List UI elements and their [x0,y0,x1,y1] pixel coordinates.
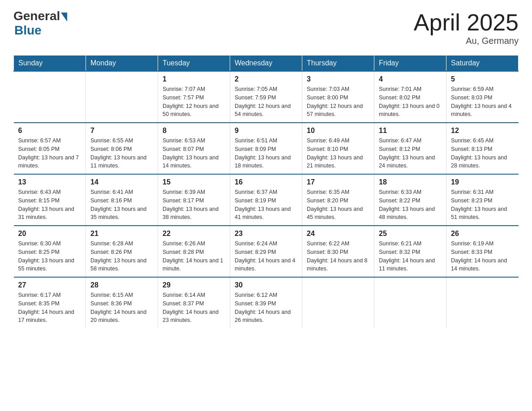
calendar-week-row: 1Sunrise: 7:07 AMSunset: 7:57 PMDaylight… [14,71,519,123]
calendar-cell: 6Sunrise: 6:57 AMSunset: 8:05 PMDaylight… [14,123,86,174]
calendar-cell: 9Sunrise: 6:51 AMSunset: 8:09 PMDaylight… [230,123,302,174]
day-info: Sunrise: 6:59 AMSunset: 8:03 PMDaylight:… [451,85,514,119]
day-number: 24 [307,230,369,238]
day-info: Sunrise: 6:15 AMSunset: 8:36 PMDaylight:… [90,291,153,325]
day-number: 22 [163,230,225,238]
day-info: Sunrise: 6:49 AMSunset: 8:10 PMDaylight:… [307,137,369,170]
calendar-cell: 19Sunrise: 6:31 AMSunset: 8:23 PMDayligh… [446,174,519,226]
day-number: 2 [235,75,297,83]
calendar-cell: 16Sunrise: 6:37 AMSunset: 8:19 PMDayligh… [230,174,302,226]
day-number: 14 [90,178,153,186]
day-number: 19 [451,178,514,186]
logo: General Blue [13,9,67,38]
calendar-table: SundayMondayTuesdayWednesdayThursdayFrid… [13,55,519,328]
calendar-cell: 5Sunrise: 6:59 AMSunset: 8:03 PMDaylight… [446,71,519,123]
calendar-cell: 7Sunrise: 6:55 AMSunset: 8:06 PMDaylight… [86,123,158,174]
day-number: 5 [451,75,514,83]
calendar-cell: 24Sunrise: 6:22 AMSunset: 8:30 PMDayligh… [302,226,374,277]
day-number: 1 [163,75,225,83]
day-number: 23 [235,230,297,238]
calendar-day-header: Tuesday [158,56,230,72]
day-number: 8 [163,127,225,135]
day-number: 28 [90,281,153,289]
calendar-day-header: Wednesday [230,56,302,72]
day-info: Sunrise: 7:05 AMSunset: 7:59 PMDaylight:… [235,85,297,119]
day-info: Sunrise: 7:07 AMSunset: 7:57 PMDaylight:… [163,85,225,119]
calendar-cell: 3Sunrise: 7:03 AMSunset: 8:00 PMDaylight… [302,71,374,123]
day-number: 10 [307,127,369,135]
day-info: Sunrise: 6:53 AMSunset: 8:07 PMDaylight:… [163,137,225,170]
day-number: 4 [379,75,442,83]
day-number: 17 [307,178,369,186]
day-info: Sunrise: 6:14 AMSunset: 8:37 PMDaylight:… [163,291,225,325]
day-info: Sunrise: 6:51 AMSunset: 8:09 PMDaylight:… [235,137,297,170]
calendar-cell: 30Sunrise: 6:12 AMSunset: 8:39 PMDayligh… [230,277,302,328]
calendar-cell: 10Sunrise: 6:49 AMSunset: 8:10 PMDayligh… [302,123,374,174]
calendar-week-row: 27Sunrise: 6:17 AMSunset: 8:35 PMDayligh… [14,277,519,328]
day-info: Sunrise: 6:55 AMSunset: 8:06 PMDaylight:… [90,137,153,170]
calendar-cell: 8Sunrise: 6:53 AMSunset: 8:07 PMDaylight… [158,123,230,174]
calendar-cell: 14Sunrise: 6:41 AMSunset: 8:16 PMDayligh… [86,174,158,226]
day-number: 21 [90,230,153,238]
day-number: 29 [163,281,225,289]
logo-triangle-icon [61,13,67,21]
calendar-cell [14,71,86,123]
day-info: Sunrise: 6:57 AMSunset: 8:05 PMDaylight:… [18,137,82,170]
day-info: Sunrise: 6:26 AMSunset: 8:28 PMDaylight:… [163,240,225,273]
day-info: Sunrise: 6:47 AMSunset: 8:12 PMDaylight:… [379,137,442,170]
day-info: Sunrise: 7:03 AMSunset: 8:00 PMDaylight:… [307,85,369,119]
day-info: Sunrise: 6:30 AMSunset: 8:25 PMDaylight:… [18,240,82,273]
calendar-cell: 15Sunrise: 6:39 AMSunset: 8:17 PMDayligh… [158,174,230,226]
day-number: 6 [18,127,82,135]
calendar-cell: 18Sunrise: 6:33 AMSunset: 8:22 PMDayligh… [374,174,446,226]
day-number: 16 [235,178,297,186]
day-info: Sunrise: 6:41 AMSunset: 8:16 PMDaylight:… [90,188,153,222]
calendar-day-header: Friday [374,56,446,72]
day-number: 3 [307,75,369,83]
calendar-cell [374,277,446,328]
day-info: Sunrise: 6:22 AMSunset: 8:30 PMDaylight:… [307,240,369,273]
day-info: Sunrise: 6:21 AMSunset: 8:32 PMDaylight:… [379,240,442,273]
location-label: Au, Germany [414,36,519,46]
day-info: Sunrise: 6:31 AMSunset: 8:23 PMDaylight:… [451,188,514,222]
day-number: 20 [18,230,82,238]
day-info: Sunrise: 6:35 AMSunset: 8:20 PMDaylight:… [307,188,369,222]
calendar-day-header: Thursday [302,56,374,72]
day-number: 9 [235,127,297,135]
calendar-cell: 1Sunrise: 7:07 AMSunset: 7:57 PMDaylight… [158,71,230,123]
day-info: Sunrise: 6:24 AMSunset: 8:29 PMDaylight:… [235,240,297,273]
calendar-cell: 2Sunrise: 7:05 AMSunset: 7:59 PMDaylight… [230,71,302,123]
day-number: 25 [379,230,442,238]
calendar-cell: 17Sunrise: 6:35 AMSunset: 8:20 PMDayligh… [302,174,374,226]
day-number: 30 [235,281,297,289]
calendar-cell: 23Sunrise: 6:24 AMSunset: 8:29 PMDayligh… [230,226,302,277]
calendar-cell: 4Sunrise: 7:01 AMSunset: 8:02 PMDaylight… [374,71,446,123]
calendar-cell: 22Sunrise: 6:26 AMSunset: 8:28 PMDayligh… [158,226,230,277]
day-info: Sunrise: 6:37 AMSunset: 8:19 PMDaylight:… [235,188,297,222]
day-number: 13 [18,178,82,186]
calendar-day-header: Sunday [14,56,86,72]
day-info: Sunrise: 6:45 AMSunset: 8:13 PMDaylight:… [451,137,514,170]
day-number: 27 [18,281,82,289]
calendar-week-row: 6Sunrise: 6:57 AMSunset: 8:05 PMDaylight… [14,123,519,174]
day-info: Sunrise: 6:28 AMSunset: 8:26 PMDaylight:… [90,240,153,273]
day-number: 26 [451,230,514,238]
calendar-cell: 13Sunrise: 6:43 AMSunset: 8:15 PMDayligh… [14,174,86,226]
day-info: Sunrise: 6:43 AMSunset: 8:15 PMDaylight:… [18,188,82,222]
calendar-cell: 11Sunrise: 6:47 AMSunset: 8:12 PMDayligh… [374,123,446,174]
calendar-week-row: 13Sunrise: 6:43 AMSunset: 8:15 PMDayligh… [14,174,519,226]
day-number: 11 [379,127,442,135]
calendar-header-row: SundayMondayTuesdayWednesdayThursdayFrid… [14,56,519,72]
calendar-cell: 20Sunrise: 6:30 AMSunset: 8:25 PMDayligh… [14,226,86,277]
day-number: 15 [163,178,225,186]
page-header: General Blue April 2025 Au, Germany [13,9,519,46]
calendar-cell: 26Sunrise: 6:19 AMSunset: 8:33 PMDayligh… [446,226,519,277]
day-info: Sunrise: 6:12 AMSunset: 8:39 PMDaylight:… [235,291,297,325]
day-info: Sunrise: 6:17 AMSunset: 8:35 PMDaylight:… [18,291,82,325]
calendar-week-row: 20Sunrise: 6:30 AMSunset: 8:25 PMDayligh… [14,226,519,277]
calendar-cell: 12Sunrise: 6:45 AMSunset: 8:13 PMDayligh… [446,123,519,174]
day-number: 7 [90,127,153,135]
day-info: Sunrise: 6:33 AMSunset: 8:22 PMDaylight:… [379,188,442,222]
day-number: 12 [451,127,514,135]
month-title: April 2025 [414,9,519,36]
